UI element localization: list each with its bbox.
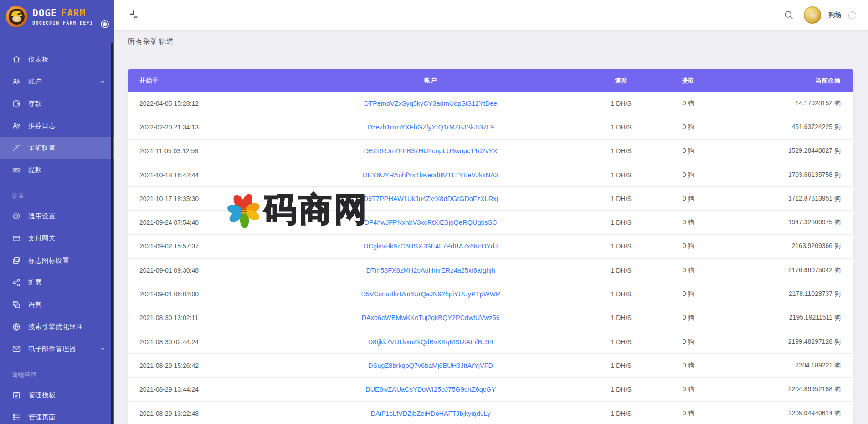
sidebar-section-label: 设置 [0, 187, 114, 205]
cell-started-at: 2021-09-24 07:54:40 [128, 219, 273, 226]
sidebar-section-label: 前端经理 [0, 366, 114, 384]
account-link[interactable]: DTPemoVZxSyq5kyCY3admUopSiS12YtDee [364, 100, 498, 107]
cell-balance: 2204.89952188 狗 [723, 385, 853, 393]
user-menu-chevron-icon[interactable] [848, 11, 856, 19]
cell-balance: 451.63724225 狗 [723, 123, 853, 131]
sidebar-item-mining-tracks[interactable]: 采矿轨道 [0, 137, 114, 159]
column-header: 提取 [654, 77, 723, 85]
cell-speed: 1 DH/S [589, 314, 654, 321]
account-link[interactable]: DAxb6eWEMwKKeTuj2gkBQY2PCdwfUVwz56 [361, 314, 499, 321]
account-link[interactable]: D8tjkk7VDLkxnZkQdBvXKqMSUtAthfBe94 [368, 338, 493, 346]
cell-speed: 1 DH/S [589, 195, 654, 202]
withdraw-icon [12, 165, 21, 175]
account-link[interactable]: DUE8ivZAUaCsYDoWf25oJ75G9crtZ6qcGY [365, 386, 496, 393]
cell-started-at: 2021-08-30 13:02:11 [128, 314, 273, 321]
cell-started-at: 2021-09-02 15:57:37 [128, 243, 273, 250]
account-link[interactable]: DEY6UYRAohfYxTbKeod8MTLTYEeVJkxNA3 [363, 171, 498, 179]
table-row: 2021-08-30 02:44:24D8tjkk7VDLkxnZkQdBvXK… [128, 330, 853, 354]
cell-withdrawn: 0 狗 [654, 242, 723, 250]
user-avatar[interactable] [804, 6, 821, 24]
table-row: 2022-02-20 21:34:13D5ezb1oxnYXFbGZfyYrQ1… [128, 115, 853, 139]
cell-withdrawn: 0 狗 [654, 218, 723, 227]
sidebar-item-withdrawals[interactable]: 提款 [0, 159, 114, 181]
cell-balance: 2199.48297128 狗 [723, 338, 853, 346]
cell-started-at: 2021-09-01 09:30:48 [128, 267, 273, 274]
table-row: 2021-08-29 15:26:42DSugZ8brkqpQ7v6baMj6B… [128, 354, 853, 377]
account-link[interactable]: DCgktvHk9zC6HSXJGE4L7PdBA7x6KcDYdJ [364, 243, 498, 250]
cell-balance: 1703.66135758 狗 [723, 171, 853, 179]
cell-started-at: 2021-08-30 02:44:24 [128, 338, 273, 346]
doge-face-icon [12, 16, 21, 22]
cell-started-at: 2021-08-29 13:44:24 [128, 386, 273, 393]
column-header: 帐户 [273, 77, 589, 85]
sidebar-nav: 仪表板账户存款推荐日志采矿轨道提款设置通用设置支付网关标志图标设置扩展语言搜索引… [0, 48, 114, 424]
cell-withdrawn: 0 狗 [654, 266, 723, 274]
cell-started-at: 2022-04-05 15:28:12 [128, 100, 273, 107]
sidebar-item-manage-pages[interactable]: 管理页面 [0, 406, 114, 424]
cell-withdrawn: 0 狗 [654, 385, 723, 393]
table-row: 2021-09-01 09:30:48DTm58FX8zMH2cAuHmrERz… [128, 259, 853, 282]
account-link[interactable]: DEZRRJrrZFPB37HUFcnpLU3wnpcT1d2vYX [364, 147, 497, 155]
wallet-icon [12, 99, 21, 108]
search-icon[interactable] [784, 10, 794, 20]
table-header: 开始于帐户速度提取当前余额 [128, 69, 853, 92]
brand-title-secondary: FARM [61, 8, 86, 19]
table-row: 2021-08-30 13:02:11DAxb6eWEMwKKeTuj2gkBQ… [128, 306, 853, 330]
sidebar-item-dashboard[interactable]: 仪表板 [0, 48, 114, 71]
cell-started-at: 2021-09-01 06:02:00 [128, 290, 273, 298]
account-link[interactable]: D9T7PPHAW1UkJu4ZxrX8dDGrGDoFzXLRxj [363, 195, 498, 202]
cell-started-at: 2021-10-17 18:35:30 [128, 195, 273, 202]
pickaxe-icon [12, 143, 21, 152]
sidebar-item-referral-logs[interactable]: 推荐日志 [0, 115, 114, 137]
sidebar-item-seo-manager[interactable]: 搜索引擎优化经理 [0, 316, 114, 338]
cell-speed: 1 DH/S [589, 290, 654, 298]
gateway-icon [12, 234, 21, 243]
column-header: 开始于 [128, 77, 273, 85]
account-link[interactable]: DTm58FX8zMH2cAuHmrERz4a25xf6afghjh [366, 267, 495, 274]
chevron-down-icon [99, 78, 106, 85]
column-header: 速度 [589, 77, 654, 85]
sidebar-item-language[interactable]: 语言 [0, 294, 114, 316]
brand-title-primary: DOGE [32, 8, 57, 19]
cell-withdrawn: 0 狗 [654, 99, 723, 108]
sidebar-scrollbar[interactable] [111, 43, 113, 424]
account-link[interactable]: DP4hwJFPNxnbV3xcRtXiESjqQeRQUgbsSC [364, 219, 497, 226]
sidebar-item-accounts[interactable]: 账户 [0, 71, 114, 93]
cell-speed: 1 DH/S [589, 243, 654, 250]
cell-started-at: 2022-02-20 21:34:13 [128, 124, 273, 131]
cell-withdrawn: 0 狗 [654, 147, 723, 155]
main-area: 狗场 所有采矿轨道 开始于帐户速度提取当前余额 2022-04-05 15:28… [114, 0, 868, 424]
account-link[interactable]: D5ezb1oxnYXFbGZfyYrQ1rMZBJSkJt37L9 [367, 124, 494, 131]
sidebar-pin-toggle[interactable] [101, 20, 109, 28]
cell-withdrawn: 0 狗 [654, 171, 723, 179]
cell-balance: 2176.66075042 狗 [723, 266, 853, 274]
sidebar-item-extensions[interactable]: 扩展 [0, 272, 114, 294]
cell-started-at: 2021-11-05 03:12:58 [128, 147, 273, 155]
column-header: 当前余额 [723, 77, 853, 85]
sidebar-item-logo-icon-settings[interactable]: 标志图标设置 [0, 249, 114, 272]
cell-balance: 1529.28440027 狗 [723, 147, 853, 155]
cell-balance: 2204.189221 狗 [723, 362, 853, 370]
sidebar-item-manage-templates[interactable]: 管理模板 [0, 384, 114, 407]
cell-withdrawn: 0 狗 [654, 290, 723, 298]
sidebar-item-general-settings[interactable]: 通用设置 [0, 205, 114, 228]
images-icon [12, 256, 21, 265]
collapse-menu-icon[interactable] [128, 10, 139, 21]
sidebar-item-deposits[interactable]: 存款 [0, 93, 114, 115]
users-icon [12, 77, 21, 86]
sidebar-item-email-manager[interactable]: 电子邮件管理器 [0, 338, 114, 360]
account-link[interactable]: D5VCsnuBkrMm6UrQaJN92hpiYUUyPTpWWP [361, 290, 500, 298]
brand-title: DOGEFARM [32, 8, 93, 19]
cell-balance: 1947.32800975 狗 [723, 218, 853, 227]
sidebar-item-payment-gateways[interactable]: 支付网关 [0, 228, 114, 250]
table-row: 2021-08-29 13:22:48DAiP1sLfVDZjbZeiHDoHA… [128, 402, 853, 424]
table-row: 2021-08-29 13:44:24DUE8ivZAUaCsYDoWf25oJ… [128, 378, 853, 402]
account-link[interactable]: DSugZ8brkqpQ7v6baMj6BUH3JttArYjVFD [368, 362, 493, 369]
table-row: 2021-10-17 18:35:30D9T7PPHAW1UkJu4ZxrX8d… [128, 187, 853, 211]
mining-tracks-table: 开始于帐户速度提取当前余额 2022-04-05 15:28:12DTPemoV… [128, 69, 853, 424]
envelope-icon [12, 344, 21, 353]
cell-withdrawn: 0 狗 [654, 195, 723, 203]
cell-balance: 2205.04940614 狗 [723, 409, 853, 418]
account-link[interactable]: DAiP1sLfVDZjbZeiHDoHAFTJbjkyiqduLy [371, 410, 491, 417]
cell-speed: 1 DH/S [589, 147, 654, 155]
